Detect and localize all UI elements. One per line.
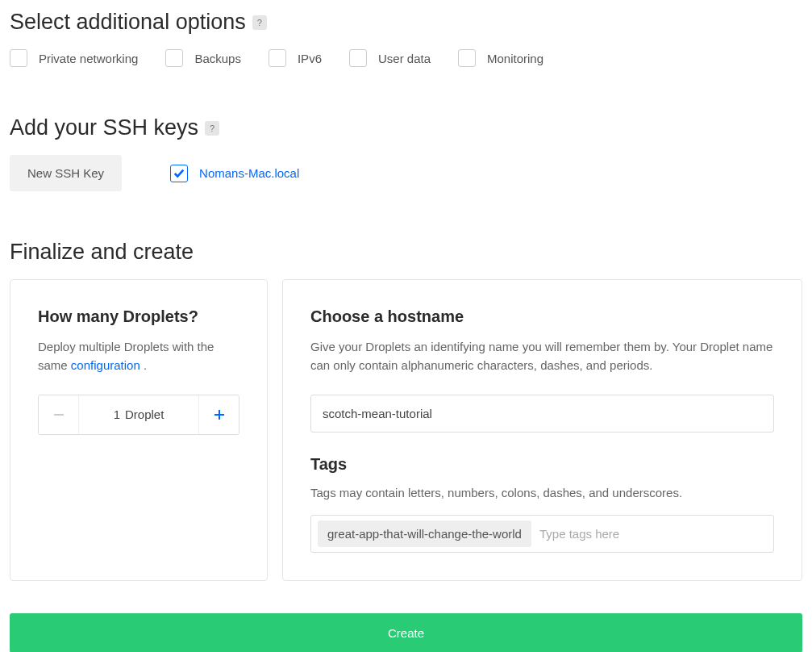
additional-options-title-text: Select additional options	[10, 10, 246, 35]
new-ssh-key-button[interactable]: New SSH Key	[10, 155, 122, 191]
option-label: User data	[378, 52, 431, 65]
finalize-title-text: Finalize and create	[10, 240, 194, 265]
additional-options-row: Private networking Backups IPv6 User dat…	[10, 49, 802, 67]
help-icon[interactable]: ?	[252, 15, 267, 30]
quantity-stepper: 1 Droplet	[38, 395, 239, 435]
stepper-value: 1 Droplet	[79, 395, 198, 434]
option-label: IPv6	[298, 52, 322, 65]
hostname-desc: Give your Droplets an identifying name y…	[310, 337, 774, 375]
checkbox-icon[interactable]	[269, 49, 286, 67]
option-user-data[interactable]: User data	[349, 49, 431, 67]
help-icon[interactable]: ?	[205, 121, 219, 136]
option-backups[interactable]: Backups	[165, 49, 241, 67]
ssh-keys-title-text: Add your SSH keys	[10, 115, 198, 140]
hostname-card: Choose a hostname Give your Droplets an …	[282, 279, 802, 581]
ssh-keys-row: New SSH Key Nomans-Mac.local	[10, 155, 802, 191]
ssh-key-name: Nomans-Mac.local	[199, 166, 299, 180]
minus-icon[interactable]	[39, 395, 79, 434]
tag-chip[interactable]: great-app-that-will-change-the-world	[318, 520, 531, 547]
hostname-input[interactable]	[310, 395, 774, 433]
checkbox-icon[interactable]	[10, 49, 27, 67]
option-label: Monitoring	[487, 52, 543, 65]
option-label: Backups	[194, 52, 241, 65]
ssh-key-item[interactable]: Nomans-Mac.local	[170, 165, 299, 182]
droplet-unit: Droplet	[125, 408, 164, 421]
droplet-count: 1	[114, 408, 120, 421]
configuration-link[interactable]: configuration	[71, 358, 140, 372]
option-monitoring[interactable]: Monitoring	[458, 49, 543, 67]
checkbox-icon[interactable]	[170, 165, 188, 182]
plus-icon[interactable]	[198, 395, 239, 434]
create-button[interactable]: Create	[10, 613, 802, 652]
tags-desc: Tags may contain letters, numbers, colon…	[310, 483, 774, 502]
how-many-desc: Deploy multiple Droplets with the same c…	[38, 337, 239, 375]
how-many-card: How many Droplets? Deploy multiple Dropl…	[10, 279, 268, 581]
additional-options-title: Select additional options ?	[10, 10, 802, 35]
ssh-keys-title: Add your SSH keys ?	[10, 115, 802, 140]
checkbox-icon[interactable]	[458, 49, 476, 67]
tags-input-wrap[interactable]: great-app-that-will-change-the-world	[310, 515, 774, 553]
finalize-row: How many Droplets? Deploy multiple Dropl…	[10, 279, 802, 581]
tags-input[interactable]	[538, 522, 767, 545]
tags-title: Tags	[310, 455, 774, 474]
hostname-title: Choose a hostname	[310, 307, 774, 326]
how-many-title: How many Droplets?	[38, 307, 239, 326]
option-label: Private networking	[39, 52, 138, 65]
finalize-title: Finalize and create	[10, 240, 802, 265]
desc-suffix: .	[140, 358, 147, 372]
option-ipv6[interactable]: IPv6	[269, 49, 322, 67]
option-private-networking[interactable]: Private networking	[10, 49, 138, 67]
checkbox-icon[interactable]	[165, 49, 183, 67]
checkbox-icon[interactable]	[349, 49, 367, 67]
